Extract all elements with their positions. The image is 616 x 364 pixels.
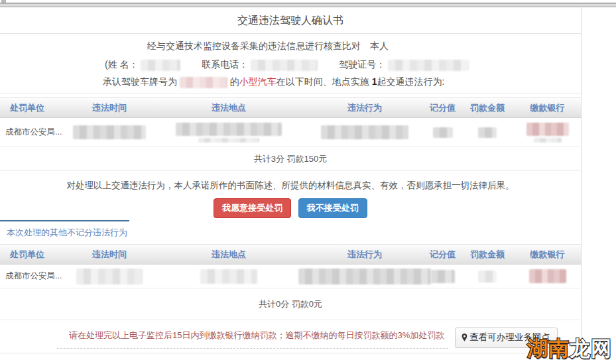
- phone-label: 联系电话：: [202, 59, 248, 70]
- accept-penalty-button[interactable]: 我愿意接受处罚: [214, 198, 291, 218]
- redacted-violation-behavior: [321, 125, 408, 139]
- redacted-violation-time: [73, 125, 146, 139]
- redacted-payment-bank: [529, 269, 566, 283]
- redacted-violation-behavior: [298, 269, 431, 284]
- plate-prefix-text: 承认驾驶车牌号为: [103, 76, 177, 87]
- traffic-violation-confirmation-page: 交通违法驾驶人确认书 经与交通技术监控设备采集的违法信息进行核查比对 本人 (姓…: [0, 0, 616, 364]
- payment-notice-underline: 请在处理完以上电子监控后15日内到缴款银行缴纳罚款；逾期不缴纳的每日按罚款额的3…: [57, 328, 448, 349]
- payment-notice-text: 请在处理完以上电子监控后15日内到缴款银行缴纳罚款；逾期不缴纳的每日按罚款额的3…: [69, 330, 444, 340]
- table2-header: 处罚单位 违法时间 违法地点 违法行为 记分值 罚款金额 缴款银行: [0, 244, 581, 265]
- statement-section: 对处理以上交通违法行为，本人承诺所作的书面陈述、所提供的材料信息真实、有效，否则…: [0, 171, 581, 220]
- redacted-violation-location: [200, 269, 257, 284]
- redacted-violation-time: [76, 269, 143, 284]
- de-text: 的: [230, 76, 239, 87]
- other-violations-tab-section: 本次处理的其他不记分违法行为: [0, 220, 581, 244]
- main-content: 交通违法驾驶人确认书 经与交通技术监控设备采集的违法信息进行核查比对 本人 (姓…: [0, 7, 582, 353]
- top-scroll-strip: [0, 3, 616, 7]
- table1-row: 成都市公安局...: [0, 118, 581, 147]
- redacted-points: [433, 127, 453, 138]
- reject-penalty-button[interactable]: 我不接受处罚: [298, 198, 367, 218]
- name-label: (姓 名：: [105, 59, 139, 70]
- redacted-payment-bank-line2: [534, 138, 562, 143]
- intro-line-1: 经与交通技术监控设备采集的违法信息进行核查比对 本人: [147, 40, 581, 52]
- redacted-name: [141, 60, 180, 71]
- site-watermark: 湖南龙网: [527, 335, 612, 363]
- col-header-points: 记分值: [424, 102, 461, 114]
- col-header-violation-time: 违法时间: [66, 249, 153, 261]
- tab-other-violations[interactable]: 本次处理的其他不记分违法行为: [0, 221, 127, 239]
- redacted-points: [431, 270, 455, 283]
- col-header-violation-time: 违法时间: [66, 102, 153, 114]
- penalty-unit-text: 成都市公安局...: [5, 271, 62, 282]
- table2-summary: 共计0分 罚款0元: [0, 288, 581, 320]
- redacted-fine-amount: [478, 127, 497, 138]
- redacted-license-number: [388, 60, 469, 71]
- table2-row: 成都市公安局...: [0, 265, 581, 288]
- col-header-fine-amount: 罚款金额: [461, 249, 514, 261]
- table1-summary: 共计3分 罚款150元: [0, 147, 581, 171]
- watermark-part1: 湖南: [527, 337, 570, 360]
- intro-section: 经与交通技术监控设备采集的违法信息进行核查比对 本人 (姓 名： 联系电话： 驾…: [0, 34, 581, 93]
- col-header-violation-location: 违法地点: [153, 249, 305, 261]
- col-header-fine-amount: 罚款金额: [461, 102, 514, 114]
- col-header-payment-bank: 缴款银行: [514, 249, 581, 261]
- redacted-violation-location-line2: [198, 138, 259, 143]
- redacted-violation-location: [176, 123, 282, 136]
- col-header-penalty-unit: 处罚单位: [0, 249, 66, 261]
- decision-buttons: 我愿意接受处罚 我不接受处罚: [0, 198, 581, 218]
- redacted-plate-number: [180, 77, 227, 88]
- redacted-payment-bank: [526, 123, 569, 136]
- col-header-violation-behavior: 违法行为: [305, 249, 424, 261]
- payment-notice-section: 请在处理完以上电子监控后15日内到缴款银行缴纳罚款；逾期不缴纳的每日按罚款额的3…: [0, 320, 581, 353]
- commitment-statement: 对处理以上交通违法行为，本人承诺所作的书面陈述、所提供的材料信息真实、有效，否则…: [0, 171, 581, 192]
- redacted-phone: [251, 60, 318, 71]
- col-header-points: 记分值: [424, 249, 461, 261]
- page-title: 交通违法驾驶人确认书: [0, 7, 581, 34]
- col-header-penalty-unit: 处罚单位: [0, 102, 66, 114]
- watermark-part2: 龙网: [570, 337, 612, 360]
- location-pin-icon: [461, 333, 468, 342]
- line3-mid-text: 在以下时间、地点实施: [277, 76, 372, 87]
- vehicle-type-text: 小型汽车: [239, 76, 277, 87]
- license-label: 驾驶证号：: [339, 59, 385, 70]
- line3-suffix-text: 起交通违法行为:: [377, 76, 444, 87]
- col-header-payment-bank: 缴款银行: [514, 102, 581, 114]
- table1-header: 处罚单位 违法时间 违法地点 违法行为 记分值 罚款金额 缴款银行: [0, 97, 581, 118]
- col-header-violation-behavior: 违法行为: [305, 102, 424, 114]
- penalty-unit-text: 成都市公安局...: [5, 127, 62, 138]
- redacted-fine-amount: [478, 271, 497, 282]
- intro-line-3: 承认驾驶车牌号为 的小型汽车在以下时间、地点实施 1起交通违法行为:: [103, 76, 581, 88]
- col-header-violation-location: 违法地点: [153, 102, 305, 114]
- intro-line-2: (姓 名： 联系电话： 驾驶证号：: [105, 58, 581, 71]
